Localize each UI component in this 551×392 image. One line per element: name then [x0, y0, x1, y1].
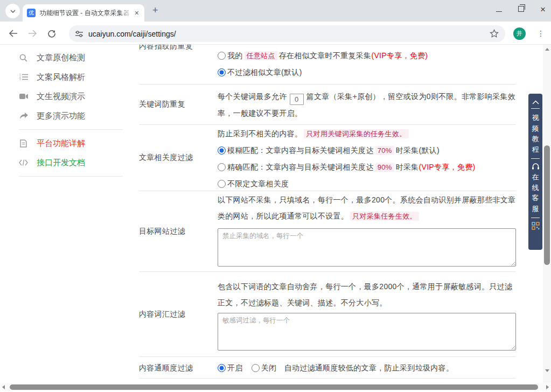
keyword-limit-input[interactable] — [290, 94, 304, 105]
online-service-link[interactable]: 在线客服 — [532, 172, 540, 214]
chevron-down-icon — [10, 10, 16, 13]
option-exact-match[interactable]: 精确匹配：文章内容与目标关键词相关度达90%时采集(VIP专享，免费) — [218, 159, 516, 176]
row-keyword-dedup: 关键词防重复 每个关键词最多允许篇文章（采集+原创），留空或设为0则不限。非常影… — [139, 85, 516, 125]
site-filter-desc: 以下网站不采集，只填域名，每行一个，最多200个。系统会自动识别并屏蔽那些非文章… — [218, 192, 516, 225]
highlight-keyword-tasks-only: 只对用关键词采集的任务生效。 — [304, 129, 408, 138]
highlight-90-percent: 90% — [375, 163, 394, 172]
option-fluency-off[interactable]: 关闭 — [252, 363, 277, 372]
sidebar-divider — [19, 176, 123, 177]
sensitive-words-textarea[interactable] — [218, 313, 516, 351]
forward-icon — [28, 30, 37, 37]
option-fuzzy-match[interactable]: 模糊匹配：文章内容与目标关键词相关度达70%时采集(默认) — [218, 142, 516, 159]
row-label: 内容通顺度过滤 — [139, 357, 218, 378]
video-tutorial-link[interactable]: 视频教程 — [532, 113, 540, 155]
radio-off-icon[interactable] — [252, 364, 260, 372]
horizontal-scrollbar-thumb[interactable] — [10, 384, 538, 390]
row-label: 内容词汇过滤 — [139, 272, 218, 356]
option-my-sites[interactable]: 我的任意站点存在相似文章时不重复采集(VIP专享，免费) — [218, 47, 516, 64]
sidebar-item-platform-features[interactable]: 平台功能详解 — [19, 134, 123, 153]
option-text: 存在相似文章时不重复采集 — [279, 51, 372, 60]
new-tab-button[interactable]: + — [152, 5, 158, 16]
option-fluency-on[interactable]: 开启 — [218, 363, 243, 372]
fluency-desc: 自动过滤通顺度较低的文章，防止采到垃圾内容。 — [284, 363, 454, 372]
collapse-chevron-icon[interactable] — [532, 100, 539, 104]
tab-close-button[interactable]: × — [134, 9, 140, 17]
option-no-filter-similar[interactable]: 不过滤相似文章(默认) — [218, 64, 516, 80]
vertical-scrollbar-thumb[interactable] — [544, 145, 550, 265]
sidebar-item-label: 文案风格解析 — [37, 72, 85, 82]
share-arrow-icon — [19, 113, 28, 120]
bookmark-star-icon[interactable] — [490, 29, 499, 38]
vertical-scrollbar[interactable] — [543, 45, 551, 383]
option-text: 开启 — [227, 363, 243, 372]
tab-title: 功能细节设置 - 自动文章采集器 — [40, 9, 132, 18]
option-no-relevance-limit[interactable]: 不限定文章相关度 — [218, 176, 516, 192]
active-tab[interactable]: 优 功能细节设置 - 自动文章采集器 × — [23, 4, 144, 22]
sidebar-item-label: 文章原创检测 — [37, 53, 85, 63]
scroll-up-arrow-icon[interactable] — [545, 48, 549, 51]
radio-on-icon[interactable] — [218, 68, 226, 76]
forward-button[interactable] — [26, 27, 39, 40]
scroll-left-arrow-icon[interactable] — [2, 385, 5, 389]
page-content: 文章原创检测 123 文案风格解析 文生视频演示 更多演示功能 平台功能详解 — [0, 45, 551, 392]
minimize-button[interactable] — [496, 4, 502, 14]
sidebar-item-label: 接口开发文档 — [37, 158, 85, 168]
tab-search-button[interactable] — [5, 4, 20, 18]
site-favicon: 优 — [27, 9, 36, 17]
omnibox[interactable]: ucaiyun.com/caiji/settings/ — [69, 25, 505, 42]
panel-divider — [531, 108, 540, 109]
svg-text:3: 3 — [19, 78, 21, 81]
back-button[interactable] — [6, 27, 19, 40]
sidebar-item-api-docs[interactable]: 接口开发文档 — [19, 153, 123, 172]
code-icon — [19, 159, 28, 166]
sidebar-divider — [19, 129, 123, 130]
minimize-icon — [496, 11, 502, 12]
sidebar-item-more-demos[interactable]: 更多演示功能 — [19, 106, 123, 125]
row-word-filter: 内容词汇过滤 包含以下词语的文章自动舍弃，每行一个，最多2000个，通常用于屏蔽… — [139, 272, 516, 357]
sidebar-item-originality-check[interactable]: 文章原创检测 — [19, 48, 123, 67]
settings-form: 内容指纹防重复 我的任意站点存在相似文章时不重复采集(VIP专享，免费) 不过滤… — [139, 45, 516, 379]
sidebar-item-label: 平台功能详解 — [37, 138, 85, 149]
horizontal-scrollbar[interactable] — [0, 383, 551, 391]
browser-menu-button[interactable]: ⋮ — [536, 27, 545, 40]
option-text: 时采集(默认) — [396, 146, 440, 155]
scroll-right-arrow-icon[interactable] — [546, 385, 549, 389]
option-text: 时采集 — [396, 163, 419, 171]
search-icon — [19, 54, 28, 62]
highlight-collect-tasks-only: 只对采集任务生效。 — [350, 212, 419, 221]
row-fingerprint-dedup: 内容指纹防重复 我的任意站点存在相似文章时不重复采集(VIP专享，免费) 不过滤… — [139, 45, 516, 85]
option-text: 不过滤相似文章(默认) — [227, 68, 302, 76]
numbered-list-icon: 123 — [19, 73, 28, 81]
blocked-domains-textarea[interactable] — [218, 228, 516, 267]
url-text[interactable]: ucaiyun.com/caiji/settings/ — [88, 30, 490, 38]
radio-on-icon[interactable] — [218, 146, 226, 155]
qr-code-icon[interactable] — [532, 222, 540, 230]
radio-off-icon[interactable] — [218, 52, 226, 60]
restore-button[interactable] — [518, 4, 524, 14]
desc-text: 包含以下词语的文章自动舍弃，每行一个，最多2000个，通常用于屏蔽敏感词。只过滤… — [218, 282, 512, 307]
sidebar-item-style-analysis[interactable]: 123 文案风格解析 — [19, 67, 123, 87]
desc-text: 防止采到不相关的内容。 — [218, 129, 302, 138]
sidebar-item-text-to-video[interactable]: 文生视频演示 — [19, 87, 123, 106]
row-label: 关键词防重复 — [139, 85, 218, 124]
radio-off-icon[interactable] — [218, 180, 226, 188]
scroll-down-arrow-icon[interactable] — [545, 369, 549, 372]
reload-button[interactable] — [45, 27, 58, 40]
panel-divider — [531, 158, 540, 159]
radio-on-icon[interactable] — [218, 364, 226, 372]
browser-window: 优 功能细节设置 - 自动文章采集器 × + × ucaiyun.com/cai… — [0, 0, 551, 392]
highlight-any-site: 任意站点 — [245, 51, 277, 60]
option-text: 我的 — [227, 51, 243, 60]
profile-avatar[interactable]: 井 — [513, 27, 526, 40]
desc-text: 每个关键词最多允许 — [218, 92, 287, 101]
row-label: 目标网站过滤 — [139, 191, 218, 271]
video-camera-icon — [19, 93, 28, 100]
reload-icon — [47, 29, 56, 38]
row-fluency-filter: 内容通顺度过滤 开启 关闭 自动过滤通顺度较低的文章，防止采到垃圾内容。 — [139, 357, 516, 379]
radio-off-icon[interactable] — [218, 163, 226, 171]
highlight-70-percent: 70% — [375, 146, 394, 155]
sidebar: 文章原创检测 123 文案风格解析 文生视频演示 更多演示功能 平台功能详解 — [19, 48, 123, 180]
close-window-button[interactable]: × — [540, 5, 546, 14]
document-icon — [19, 139, 28, 148]
sidebar-item-label: 文生视频演示 — [37, 92, 85, 102]
